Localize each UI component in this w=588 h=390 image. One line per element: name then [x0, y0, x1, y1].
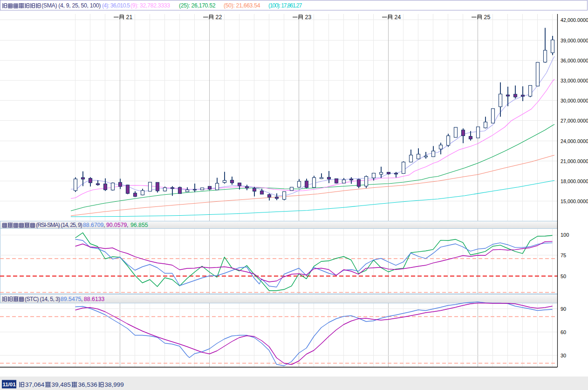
svg-text:11/01: 11/01: [2, 382, 16, 387]
svg-text:15,000.0000: 15,000.0000: [561, 198, 588, 204]
svg-text:75: 75: [561, 253, 566, 258]
svg-text:,: ,: [127, 222, 128, 228]
svg-text:37,064: 37,064: [25, 381, 45, 388]
svg-text:23: 23: [305, 14, 312, 21]
svg-text:38,999: 38,999: [105, 381, 124, 388]
svg-text:27,000.0000: 27,000.0000: [561, 118, 588, 123]
svg-text:(STC) (14, 5, 3): (STC) (14, 5, 3): [25, 296, 60, 302]
svg-text:39,000.0000: 39,000.0000: [561, 38, 588, 43]
svg-text:30,000.0000: 30,000.0000: [561, 98, 588, 103]
svg-text:(RSI-SMA) (14, 25, 9): (RSI-SMA) (14, 25, 9): [36, 222, 82, 228]
svg-text:30: 30: [561, 353, 566, 358]
svg-text:(9): 32,782.3333: (9): 32,782.3333: [130, 2, 170, 9]
svg-text:100: 100: [561, 232, 569, 238]
svg-text:(25): 26,170.52: (25): 26,170.52: [179, 2, 216, 9]
svg-text:(100): 17,861.27: (100): 17,861.27: [268, 2, 302, 9]
svg-text:90.0579: 90.0579: [106, 222, 127, 228]
svg-text:(4): 36,010.5: (4): 36,010.5: [102, 2, 130, 9]
svg-text:89.5475: 89.5475: [61, 296, 82, 302]
svg-text:50: 50: [561, 274, 566, 279]
svg-text:18,000.0000: 18,000.0000: [561, 178, 588, 184]
svg-text:36,536: 36,536: [78, 381, 97, 388]
svg-text:88.6709: 88.6709: [83, 222, 104, 228]
svg-text:33,000.0000: 33,000.0000: [561, 78, 588, 83]
svg-text:88.6133: 88.6133: [84, 296, 105, 302]
svg-text:21,000.0000: 21,000.0000: [561, 158, 588, 164]
svg-text:24: 24: [395, 14, 401, 21]
svg-text:21: 21: [126, 14, 133, 21]
svg-text:96.855: 96.855: [130, 222, 148, 228]
svg-text:25: 25: [484, 14, 491, 21]
svg-text:,: ,: [103, 222, 105, 228]
svg-text:22: 22: [216, 14, 222, 21]
svg-text:36,000.0000: 36,000.0000: [561, 58, 588, 63]
svg-text:24,000.0000: 24,000.0000: [561, 138, 588, 144]
svg-text:90: 90: [561, 306, 566, 312]
svg-text:(50): 21,663.54: (50): 21,663.54: [224, 2, 260, 9]
svg-text:,: ,: [81, 296, 82, 302]
svg-text:42,000.0000: 42,000.0000: [561, 17, 588, 23]
svg-text:(SMA) (4, 9, 25, 50, 100): (SMA) (4, 9, 25, 50, 100): [41, 2, 101, 9]
svg-text:39,485: 39,485: [52, 381, 71, 388]
svg-text:60: 60: [561, 329, 566, 335]
